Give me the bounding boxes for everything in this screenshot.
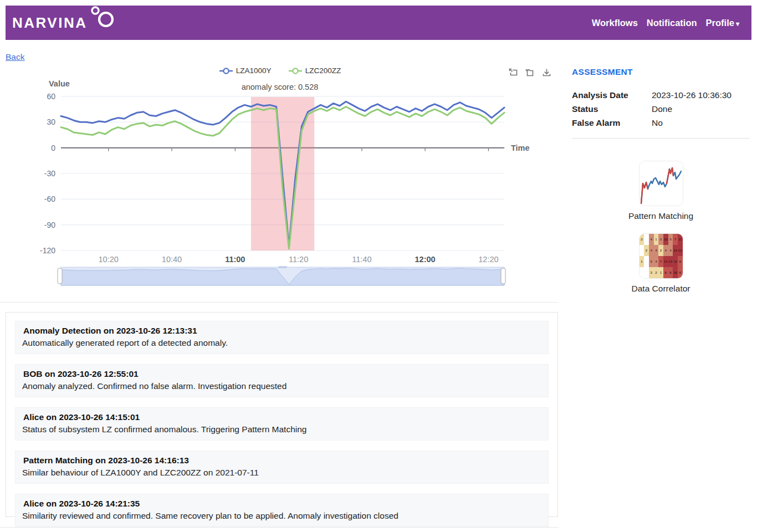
correlation-heatmap: 241510571124424414121547141312932198106 — [640, 234, 683, 278]
app-header: NARVINA Workflows Notification Profile▾ — [6, 6, 751, 40]
pattern-matching-label: Pattern Matching — [572, 211, 750, 221]
status-value: Done — [652, 102, 750, 116]
data-correlator-label: Data Correlator — [572, 284, 750, 294]
comment-title: Alice on 2023-10-26 14:15:01 — [22, 412, 541, 422]
datazoom-handle — [58, 268, 62, 284]
svg-text:11:20: 11:20 — [289, 255, 308, 264]
legend-marker-icon — [219, 67, 233, 75]
timeseries-chart[interactable]: 60300-30-60-90-120ValueTime10:2010:4011:… — [0, 63, 560, 292]
assessment-title: ASSESSMENT — [572, 67, 750, 77]
comment-entry: Alice on 2023-10-26 14:21:35 Similarity … — [15, 494, 549, 527]
assessment-row: False Alarm No — [572, 116, 750, 130]
svg-text:-120: -120 — [40, 246, 55, 255]
svg-text:11:40: 11:40 — [352, 255, 371, 264]
svg-text:-60: -60 — [44, 195, 55, 203]
assessment-row: Analysis Date 2023-10-26 10:36:30 — [572, 88, 750, 102]
svg-text:12:00: 12:00 — [415, 255, 436, 264]
comment-title: Pattern Matching on 2023-10-26 14:16:13 — [22, 456, 541, 466]
legend-item-lzc200zz[interactable]: LZC200ZZ — [288, 66, 341, 75]
tool-pattern-matching: Pattern Matching — [572, 161, 750, 221]
anomaly-score-text: anomaly score: 0.528 — [0, 83, 560, 91]
svg-text:0: 0 — [51, 144, 55, 152]
legend-label: LZA1000Y — [236, 66, 272, 75]
legend-marker-icon — [288, 67, 303, 75]
analysis-date-label: Analysis Date — [572, 88, 652, 102]
svg-text:10:40: 10:40 — [162, 255, 182, 264]
pattern-matching-thumbnail[interactable] — [639, 161, 683, 206]
comment-body: Status of subsystem LZ confirmed anomalo… — [22, 424, 541, 434]
datazoom-handle — [501, 268, 505, 284]
comment-title: BOB on 2023-10-26 12:55:01 — [22, 369, 541, 379]
svg-text:12:20: 12:20 — [478, 255, 498, 264]
chevron-down-icon: ▾ — [736, 20, 739, 28]
comment-body: Similarity reviewed and confirmed. Same … — [22, 511, 541, 521]
comment-body: Anomaly analyzed. Confirmed no false ala… — [22, 381, 541, 391]
comment-title: Anomaly Detection on 2023-10-26 12:13:31 — [22, 326, 541, 336]
restore-icon[interactable] — [525, 68, 535, 78]
back-link[interactable]: Back — [6, 52, 24, 62]
assessment-row: Status Done — [572, 102, 750, 116]
comment-title: Alice on 2023-10-26 14:21:35 — [22, 499, 541, 509]
comment-body: Similar behaviour of LZA1000Y and LZC200… — [22, 468, 541, 478]
tool-data-correlator: 241510571124424414121547141312932198106 … — [572, 233, 750, 294]
comment-entry: Alice on 2023-10-26 14:15:01 Status of s… — [15, 407, 549, 441]
svg-text:-30: -30 — [44, 169, 55, 178]
assessment-panel: ASSESSMENT Analysis Date 2023-10-26 10:3… — [572, 63, 750, 294]
brand-name: NARVINA — [12, 14, 87, 32]
nav-notification[interactable]: Notification — [647, 18, 697, 28]
comment-body: Automatically generated report of a dete… — [22, 338, 541, 348]
assessment-divider — [572, 138, 750, 139]
chart-legend: LZA1000Y LZC200ZZ — [0, 66, 560, 75]
anomaly-chart-section: 60300-30-60-90-120ValueTime10:2010:4011:… — [0, 63, 560, 292]
comment-entry: Anomaly Detection on 2023-10-26 12:13:31… — [15, 321, 549, 354]
save-image-icon[interactable] — [541, 68, 552, 78]
svg-text:Time: Time — [511, 144, 530, 152]
status-label: Status — [572, 102, 652, 116]
area-zoom-icon[interactable] — [508, 68, 519, 78]
legend-label: LZC200ZZ — [305, 66, 341, 75]
nav-workflows[interactable]: Workflows — [592, 18, 638, 28]
comment-entry: Pattern Matching on 2023-10-26 14:16:13 … — [15, 451, 549, 484]
chart-toolbox — [508, 68, 552, 78]
svg-text:-90: -90 — [44, 221, 55, 229]
false-alarm-label: False Alarm — [572, 116, 652, 130]
brand-logo: NARVINA — [12, 14, 115, 32]
svg-text:10:20: 10:20 — [99, 255, 119, 264]
section-divider — [0, 302, 558, 303]
data-correlator-thumbnail[interactable]: 241510571124424414121547141312932198106 — [639, 233, 683, 279]
false-alarm-value: No — [652, 116, 750, 130]
page: NARVINA Workflows Notification Profile▾ … — [0, 0, 757, 532]
svg-text:30: 30 — [47, 117, 55, 126]
nav-profile-label: Profile — [706, 18, 734, 28]
comments-panel: Anomaly Detection on 2023-10-26 12:13:31… — [6, 312, 558, 517]
page-bottom-divider — [0, 527, 558, 528]
header-nav: Workflows Notification Profile▾ — [592, 18, 739, 28]
legend-item-lza1000y[interactable]: LZA1000Y — [219, 66, 272, 75]
svg-text:60: 60 — [47, 92, 55, 101]
comment-entry: BOB on 2023-10-26 12:55:01 Anomaly analy… — [15, 364, 549, 397]
svg-text:11:00: 11:00 — [225, 255, 245, 264]
nav-profile-menu[interactable]: Profile▾ — [706, 18, 739, 28]
analysis-date-value: 2023-10-26 10:36:30 — [652, 88, 750, 102]
logo-circles-icon — [89, 4, 115, 29]
